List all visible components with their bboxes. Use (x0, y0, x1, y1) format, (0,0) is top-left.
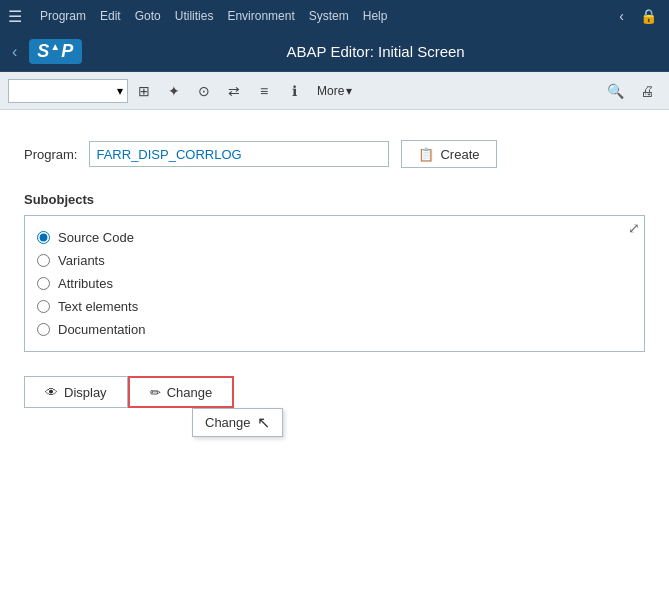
title-nav: ‹ 🔒 (615, 6, 661, 26)
app-title: ABAP Editor: Initial Screen (94, 43, 657, 60)
hamburger-icon[interactable]: ☰ (8, 7, 22, 26)
program-row: Program: 📋 Create (24, 140, 645, 168)
bottom-buttons: 👁 Display ✏ Change Change ↖ (24, 376, 645, 408)
radio-documentation: Documentation (37, 318, 632, 341)
menu-environment[interactable]: Environment (221, 7, 300, 25)
radio-text-elements-input[interactable] (37, 300, 50, 313)
menu-program[interactable]: Program (34, 7, 92, 25)
display-icon: 👁 (45, 385, 58, 400)
cursor-icon: ↖ (257, 413, 270, 432)
search-button[interactable]: 🔍 (601, 78, 629, 104)
create-button[interactable]: 📋 Create (401, 140, 496, 168)
program-label: Program: (24, 147, 77, 162)
expand-icon[interactable]: ⤢ (628, 220, 640, 236)
more-chevron-icon: ▾ (346, 84, 352, 98)
radio-source-code: Source Code (37, 226, 632, 249)
change-tooltip: Change ↖ (192, 408, 283, 437)
radio-variants-input[interactable] (37, 254, 50, 267)
print-button[interactable]: 🖨 (633, 78, 661, 104)
variants-label[interactable]: Variants (58, 253, 105, 268)
change-pencil-icon: ✏ (150, 385, 161, 400)
menu-edit[interactable]: Edit (94, 7, 127, 25)
toolbar-table-icon[interactable]: ⊞ (130, 78, 158, 104)
toolbar-lines-icon[interactable]: ≡ (250, 78, 278, 104)
change-label: Change (167, 385, 213, 400)
title-bar: ☰ Program Edit Goto Utilities Environmen… (0, 0, 669, 32)
more-label: More (317, 84, 344, 98)
radio-attributes: Attributes (37, 272, 632, 295)
menu-bar: Program Edit Goto Utilities Environment … (34, 7, 393, 25)
create-icon: 📋 (418, 147, 434, 162)
menu-utilities[interactable]: Utilities (169, 7, 220, 25)
documentation-label[interactable]: Documentation (58, 322, 145, 337)
display-label: Display (64, 385, 107, 400)
more-button[interactable]: More ▾ (310, 81, 359, 101)
program-input[interactable] (89, 141, 389, 167)
display-button[interactable]: 👁 Display (24, 376, 128, 408)
radio-variants: Variants (37, 249, 632, 272)
toolbar-right: 🔍 🖨 (601, 78, 661, 104)
toolbar-info-icon[interactable]: ℹ (280, 78, 308, 104)
menu-goto[interactable]: Goto (129, 7, 167, 25)
menu-help[interactable]: Help (357, 7, 394, 25)
nav-lock-button[interactable]: 🔒 (636, 6, 661, 26)
toolbar-wrench-icon[interactable]: ✦ (160, 78, 188, 104)
nav-back-button[interactable]: ‹ (615, 6, 628, 26)
sap-logo-text: S▲P (37, 41, 74, 61)
toolbar-dropdown[interactable]: ▾ (8, 79, 128, 103)
subobjects-section: Subobjects ⤢ Source Code Variants Attrib… (24, 192, 645, 352)
toolbar-arrow-icon[interactable]: ⇄ (220, 78, 248, 104)
sap-logo: S▲P (29, 39, 82, 64)
main-content: Program: 📋 Create Subobjects ⤢ Source Co… (0, 110, 669, 589)
radio-source-code-input[interactable] (37, 231, 50, 244)
back-button[interactable]: ‹ (12, 43, 17, 61)
text-elements-label[interactable]: Text elements (58, 299, 138, 314)
attributes-label[interactable]: Attributes (58, 276, 113, 291)
subobjects-title: Subobjects (24, 192, 645, 207)
toolbar: ▾ ⊞ ✦ ⊙ ⇄ ≡ ℹ More ▾ 🔍 🖨 (0, 72, 669, 110)
sap-header: ‹ S▲P ABAP Editor: Initial Screen (0, 32, 669, 72)
radio-documentation-input[interactable] (37, 323, 50, 336)
radio-attributes-input[interactable] (37, 277, 50, 290)
create-label: Create (440, 147, 479, 162)
subobjects-box: ⤢ Source Code Variants Attributes Text e… (24, 215, 645, 352)
tooltip-label: Change (205, 415, 251, 430)
toolbar-clock-icon[interactable]: ⊙ (190, 78, 218, 104)
menu-system[interactable]: System (303, 7, 355, 25)
dropdown-arrow-icon: ▾ (117, 84, 123, 98)
radio-text-elements: Text elements (37, 295, 632, 318)
change-button[interactable]: ✏ Change (128, 376, 235, 408)
source-code-label[interactable]: Source Code (58, 230, 134, 245)
